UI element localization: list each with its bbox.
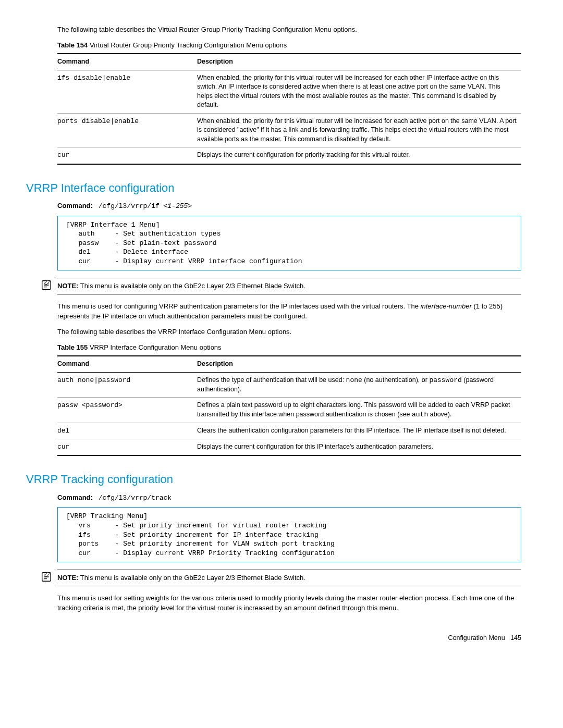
table154-number: Table 154 [57, 41, 88, 49]
desc-cell: Displays the current configuration for t… [197, 439, 521, 456]
cmd-cell: passw <password> [57, 398, 197, 423]
cmd-cell: ports disable|enable [57, 113, 197, 147]
cmd-cell: cur [57, 147, 197, 164]
table155: Command Description auth none|password D… [57, 355, 521, 456]
if-paragraph-2: The following table describes the VRRP I… [57, 327, 521, 337]
table-row: ifs disable|enable When enabled, the pri… [57, 70, 521, 113]
intro-paragraph: The following table describes the Virtua… [57, 25, 521, 34]
desc-cell: Clears the authentication configuration … [197, 423, 521, 439]
cmd-cell: ifs disable|enable [57, 70, 197, 113]
code-box-if: [VRRP Interface 1 Menu] auth - Set authe… [57, 216, 521, 271]
command-line-if: Command: /cfg/l3/vrrp/if <1-255> [57, 201, 521, 211]
table-row: auth none|password Defines the type of a… [57, 372, 521, 398]
code-box-track: [VRRP Tracking Menu] vrs - Set priority … [57, 507, 521, 562]
desc-cell: When enabled, the priority for this virt… [197, 113, 521, 147]
page-footer: Configuration Menu 145 [26, 634, 537, 643]
desc-cell: Displays the current configuration for p… [197, 147, 521, 164]
note-track: NOTE: This menu is available only on the… [57, 570, 521, 586]
desc-cell: When enabled, the priority for this virt… [197, 70, 521, 113]
table155-number: Table 155 [57, 343, 88, 351]
table154-caption-text: Virtual Router Group Priority Tracking C… [88, 41, 287, 49]
table154-head-cmd: Command [57, 54, 197, 70]
footer-page: 145 [510, 634, 521, 641]
desc-cell: Defines the type of authentication that … [197, 372, 521, 398]
table154-caption: Table 154 Virtual Router Group Priority … [57, 41, 521, 50]
note-label: NOTE: [57, 282, 78, 290]
table-row: cur Displays the current configuration f… [57, 439, 521, 456]
footer-text: Configuration Menu [448, 634, 505, 641]
cmd-cell: auth none|password [57, 372, 197, 398]
table155-caption-text: VRRP Interface Configuration Menu option… [88, 343, 221, 351]
table-row: passw <password> Defines a plain text pa… [57, 398, 521, 423]
note-icon [41, 571, 52, 583]
table155-head-cmd: Command [57, 356, 197, 372]
table154-head-desc: Description [197, 54, 521, 70]
command-label: Command: [57, 202, 93, 209]
table-row: cur Displays the current configuration f… [57, 147, 521, 164]
if-paragraph-1: This menu is used for configuring VRRP a… [57, 302, 521, 320]
command-arg: <1-255> [164, 202, 192, 210]
table155-head-desc: Description [197, 356, 521, 372]
command-label: Command: [57, 493, 93, 501]
table154: Command Description ifs disable|enable W… [57, 53, 521, 164]
note-if: NOTE: This menu is available only on the… [57, 278, 521, 294]
table-row: ports disable|enable When enabled, the p… [57, 113, 521, 147]
command-text: /cfg/l3/vrrp/track [99, 494, 172, 502]
table155-caption: Table 155 VRRP Interface Configuration M… [57, 343, 521, 352]
desc-cell: Defines a plain text password up to eigh… [197, 398, 521, 423]
heading-vrrp-interface: VRRP Interface configuration [26, 180, 537, 196]
note-text: This menu is available only on the GbE2c… [78, 282, 305, 290]
track-paragraph: This menu is used for setting weights fo… [57, 594, 521, 612]
command-line-track: Command: /cfg/l3/vrrp/track [57, 493, 521, 503]
note-text: This menu is available only on the GbE2c… [78, 574, 305, 582]
note-icon [41, 279, 52, 291]
table-row: del Clears the authentication configurat… [57, 423, 521, 439]
cmd-cell: del [57, 423, 197, 439]
heading-vrrp-tracking: VRRP Tracking configuration [26, 472, 537, 488]
cmd-cell: cur [57, 439, 197, 456]
note-label: NOTE: [57, 574, 78, 582]
command-text: /cfg/l3/vrrp/if [99, 202, 164, 210]
